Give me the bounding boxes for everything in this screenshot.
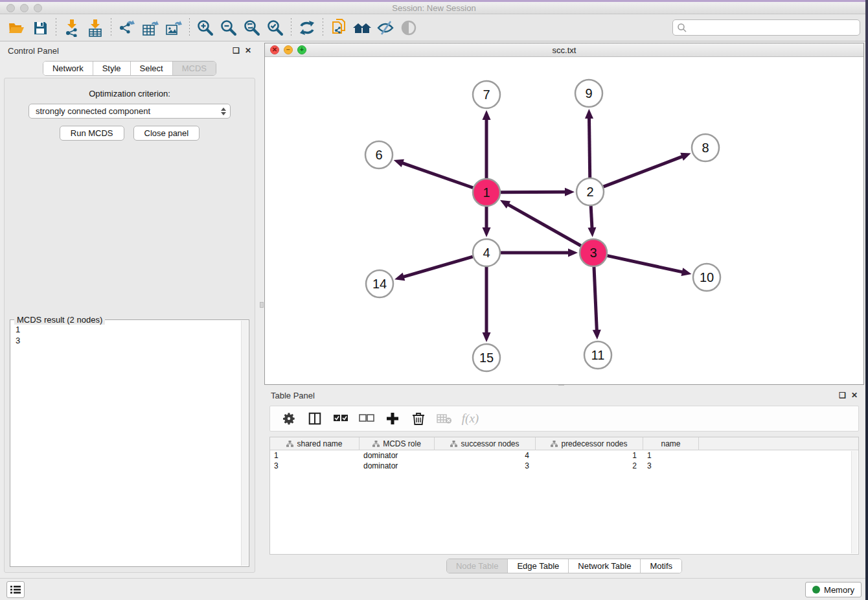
graph-node-2[interactable]: 2 [577, 178, 604, 205]
edge-3-10[interactable] [607, 256, 683, 272]
cell-successor-nodes[interactable]: 3 [435, 461, 536, 471]
export-network-icon[interactable] [115, 17, 139, 39]
table-tab-node-table[interactable]: Node Table [447, 559, 508, 573]
create-column-icon[interactable] [384, 410, 401, 427]
function-builder-icon[interactable]: f(x) [462, 410, 479, 427]
save-session-icon[interactable] [29, 17, 52, 39]
run-mcds-button[interactable]: Run MCDS [60, 126, 124, 141]
close-panel-icon[interactable]: ✕ [245, 47, 251, 54]
delete-column-icon[interactable] [410, 410, 427, 427]
cell-MCDS-role[interactable]: dominator [360, 461, 435, 471]
graph-node-4[interactable]: 4 [473, 239, 500, 266]
column-header-MCDS-role[interactable]: MCDS role [360, 437, 435, 450]
network-minimize-button[interactable]: − [284, 45, 293, 54]
cell-shared-name[interactable]: 1 [270, 450, 360, 461]
vertical-splitter[interactable] [259, 41, 264, 578]
control-panel-title: Control Panel [8, 46, 59, 56]
graph-node-14[interactable]: 14 [366, 270, 393, 297]
zoom-fit-icon[interactable] [240, 17, 264, 39]
column-header-shared-name[interactable]: shared name [270, 437, 360, 450]
tab-network[interactable]: Network [43, 62, 93, 75]
open-file-icon[interactable] [5, 17, 29, 39]
show-columns-icon[interactable] [306, 410, 323, 427]
float-table-panel-icon[interactable]: ❑ [839, 391, 846, 399]
import-table-icon[interactable] [84, 17, 107, 39]
zoom-in-icon[interactable] [194, 17, 217, 39]
tab-style[interactable]: Style [93, 62, 131, 75]
column-header-successor-nodes[interactable]: successor nodes [435, 437, 536, 450]
edge-3-11[interactable] [594, 267, 597, 331]
apply-layout-icon[interactable] [295, 17, 319, 39]
column-label: predecessor nodes [561, 439, 627, 448]
table-settings-icon[interactable] [280, 410, 297, 427]
close-table-panel-icon[interactable]: ✕ [851, 391, 858, 399]
graph-node-7[interactable]: 7 [473, 81, 500, 108]
cell-MCDS-role[interactable]: dominator [360, 450, 435, 461]
cell-shared-name[interactable]: 3 [270, 461, 360, 471]
table-scrollbar[interactable] [851, 451, 858, 553]
import-network-icon[interactable] [60, 17, 84, 39]
graph-node-9[interactable]: 9 [575, 80, 602, 107]
duplicate-network-icon[interactable] [327, 17, 350, 39]
graph-node-8[interactable]: 8 [692, 134, 719, 161]
cell-name[interactable]: 3 [643, 461, 699, 471]
edge-3-1[interactable] [507, 204, 581, 246]
first-neighbors-icon[interactable] [350, 17, 374, 39]
edge-4-14[interactable] [403, 257, 473, 277]
hide-selected-icon[interactable] [374, 17, 397, 39]
network-canvas[interactable]: 7968124314101511 [265, 57, 863, 384]
svg-text:1: 1 [483, 185, 490, 200]
network-titlebar[interactable]: scc.txt ✕ − + [265, 43, 863, 57]
menu-list-button[interactable] [6, 581, 25, 598]
splitter-grip[interactable] [260, 302, 264, 308]
export-table-icon[interactable] [139, 17, 162, 39]
mcds-result-list[interactable]: 1 3 [10, 320, 249, 566]
zoom-selected-icon[interactable] [264, 17, 287, 39]
export-image-icon[interactable] [162, 17, 185, 39]
toolbar-separator [291, 18, 291, 38]
delete-table-icon[interactable] [436, 410, 453, 427]
deselect-all-icon[interactable] [358, 410, 375, 427]
table-tab-motifs[interactable]: Motifs [641, 559, 681, 573]
edge-1-2[interactable] [501, 192, 566, 192]
edge-2-3[interactable] [591, 206, 592, 229]
status-bar: Memory [0, 578, 868, 600]
graph-node-11[interactable]: 11 [584, 341, 611, 369]
graph-node-15[interactable]: 15 [473, 344, 500, 371]
network-zoom-button[interactable]: + [297, 45, 306, 54]
graph-node-10[interactable]: 10 [693, 264, 720, 291]
zoom-out-icon[interactable] [217, 17, 240, 39]
graph-node-1[interactable]: 1 [473, 179, 500, 206]
cell-name[interactable]: 1 [643, 450, 699, 461]
show-all-icon[interactable] [397, 17, 420, 39]
cell-successor-nodes[interactable]: 4 [435, 450, 536, 461]
table-tab-edge-table[interactable]: Edge Table [508, 559, 569, 573]
select-all-icon[interactable] [332, 410, 349, 427]
column-type-icon [551, 441, 558, 447]
float-panel-icon[interactable]: ❑ [233, 47, 240, 54]
tab-select[interactable]: Select [131, 62, 173, 75]
memory-button[interactable]: Memory [805, 582, 862, 597]
edge-2-8[interactable] [604, 156, 683, 187]
graph-node-3[interactable]: 3 [580, 239, 607, 266]
edge-1-6[interactable] [402, 163, 473, 188]
search-box [672, 19, 860, 36]
edge-arrow-1-6 [394, 159, 404, 167]
column-type-icon [286, 441, 293, 447]
table-row-2[interactable]: 3dominator323 [270, 461, 858, 471]
column-header-predecessor-nodes[interactable]: predecessor nodes [536, 437, 643, 450]
graph-node-6[interactable]: 6 [365, 141, 393, 168]
edge-2-9[interactable] [589, 117, 589, 178]
cell-predecessor-nodes[interactable]: 1 [536, 450, 643, 461]
network-view-window: scc.txt ✕ − + 7968124314101511 [264, 43, 864, 385]
table-tab-network-table[interactable]: Network Table [569, 559, 641, 573]
table-row-1[interactable]: 1dominator411 [270, 450, 858, 461]
cell-predecessor-nodes[interactable]: 2 [536, 461, 643, 471]
close-panel-button[interactable]: Close panel [133, 126, 200, 141]
result-scrollbar[interactable] [241, 321, 248, 566]
tab-mcds[interactable]: MCDS [173, 62, 216, 75]
criterion-select[interactable]: strongly connected component [29, 104, 231, 119]
network-close-button[interactable]: ✕ [270, 45, 279, 54]
column-header-name[interactable]: name [643, 437, 699, 450]
search-input[interactable] [687, 21, 860, 34]
